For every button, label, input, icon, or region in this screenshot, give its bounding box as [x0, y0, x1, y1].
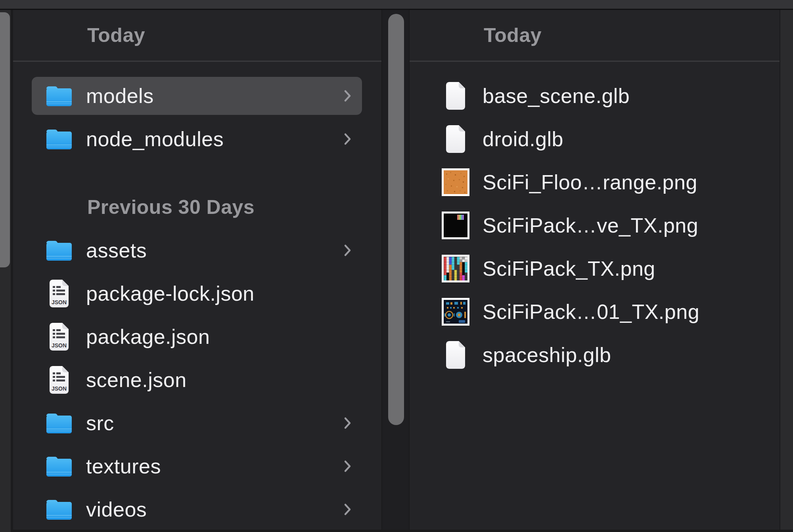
file-name-label: SciFiPack_TX.png	[483, 257, 655, 280]
row-package-json[interactable]: JSON package.json	[32, 318, 362, 356]
file-name-label: droid.glb	[483, 127, 563, 151]
folder-icon	[45, 454, 73, 478]
next-column-edge	[780, 10, 793, 532]
file-name-label: package-lock.json	[86, 282, 255, 305]
row-spaceship-glb[interactable]: spaceship.glb	[428, 336, 759, 374]
row-node-modules[interactable]: node_modules	[32, 120, 362, 158]
chevron-right-icon	[344, 503, 352, 516]
folder-icon	[45, 84, 73, 108]
finder-column-folders: Today models node_modules Previous 30 Da…	[13, 10, 381, 532]
row-textures[interactable]: textures	[32, 447, 362, 485]
chevron-right-icon	[344, 417, 352, 429]
scrollbar-track[interactable]	[381, 10, 410, 532]
json-file-icon: JSON	[45, 322, 73, 351]
file-name-label: models	[86, 84, 154, 108]
generic-file-icon	[441, 81, 470, 111]
svg-text:JSON: JSON	[52, 342, 67, 349]
group-header-label: Previous 30 Days	[87, 188, 381, 226]
row-models[interactable]: models	[32, 77, 362, 115]
group-header: Today	[13, 10, 381, 61]
file-name-label: src	[86, 411, 114, 435]
thumbnail-navy-texture	[441, 297, 470, 326]
group-header-label: Today	[484, 24, 542, 47]
file-name-label: videos	[86, 498, 147, 521]
finder-column-view: Today models node_modules Previous 30 Da…	[0, 10, 793, 532]
row-src[interactable]: src	[32, 404, 362, 442]
thumbnail-noise-texture	[441, 254, 470, 283]
hidden-column-scrollbar-thumb[interactable]	[0, 12, 10, 267]
file-name-label: assets	[86, 238, 147, 262]
chevron-right-icon	[344, 90, 352, 102]
thumbnail-black-texture	[441, 211, 470, 240]
hidden-column-edge	[0, 10, 11, 532]
folder-icon	[45, 238, 73, 262]
row-scifipack-tx-png[interactable]: SciFiPack_TX.png	[428, 250, 759, 288]
row-base-scene-glb[interactable]: base_scene.glb	[428, 77, 759, 115]
svg-text:JSON: JSON	[52, 299, 67, 305]
generic-file-icon	[441, 340, 470, 370]
folder-icon	[45, 498, 73, 521]
row-droid-glb[interactable]: droid.glb	[428, 120, 759, 158]
window-bottom-edge	[11, 530, 793, 532]
file-name-label: textures	[86, 454, 161, 478]
chevron-right-icon	[344, 133, 352, 145]
row-assets[interactable]: assets	[32, 231, 362, 269]
file-name-label: base_scene.glb	[483, 84, 630, 108]
file-name-label: package.json	[86, 325, 210, 349]
json-file-icon: JSON	[45, 365, 73, 395]
row-scifi-floo-range-png[interactable]: SciFi_Floo…range.png	[428, 163, 759, 201]
chevron-right-icon	[344, 460, 352, 473]
svg-text:JSON: JSON	[52, 385, 67, 392]
group-header-label: Today	[87, 24, 145, 47]
file-name-label: spaceship.glb	[483, 343, 611, 367]
row-scifipack-01-tx-png[interactable]: SciFiPack…01_TX.png	[428, 293, 759, 331]
json-file-icon: JSON	[45, 279, 73, 308]
finder-column-files: Today base_scene.glb droid.glb	[410, 10, 780, 532]
window-titlebar-edge[interactable]	[0, 0, 793, 10]
file-name-label: SciFi_Floo…range.png	[483, 170, 697, 194]
folder-icon	[45, 411, 73, 435]
thumbnail-orange-texture	[441, 168, 470, 196]
generic-file-icon	[441, 124, 470, 154]
file-name-label: node_modules	[86, 127, 224, 151]
file-name-label: SciFiPack…01_TX.png	[483, 300, 699, 324]
row-package-lock-json[interactable]: JSON package-lock.json	[32, 275, 362, 313]
finder-window: Today models node_modules Previous 30 Da…	[0, 0, 793, 532]
file-name-label: scene.json	[86, 368, 187, 392]
chevron-right-icon	[344, 244, 352, 257]
scrollbar-thumb[interactable]	[388, 14, 404, 425]
folder-icon	[45, 127, 73, 151]
row-scifipack-ve-tx-png[interactable]: SciFiPack…ve_TX.png	[428, 206, 759, 244]
file-name-label: SciFiPack…ve_TX.png	[483, 214, 698, 237]
row-scene-json[interactable]: JSON scene.json	[32, 361, 362, 399]
group-header: Today	[410, 10, 780, 61]
row-videos[interactable]: videos	[32, 490, 362, 528]
